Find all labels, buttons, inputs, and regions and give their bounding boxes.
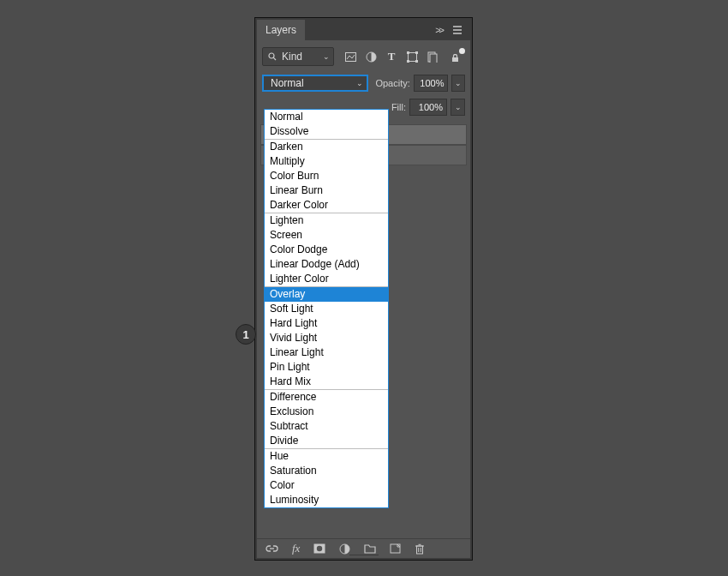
filter-kind-dropdown[interactable]: Kind ⌄ [262, 47, 334, 66]
blend-mode-option[interactable]: Pin Light [265, 360, 388, 375]
chevron-down-icon: ⌄ [356, 79, 363, 87]
opacity-value-input[interactable]: 100% [414, 75, 449, 92]
fill-stepper[interactable]: ⌄ [451, 99, 465, 116]
blend-mode-option[interactable]: Difference [265, 390, 388, 405]
opacity-label: Opacity: [375, 78, 409, 88]
svg-rect-13 [430, 54, 437, 63]
blend-mode-option[interactable]: Hard Light [265, 316, 388, 331]
blend-mode-option[interactable]: Screen [265, 228, 388, 243]
blend-mode-option[interactable]: Dissolve [265, 124, 388, 139]
fill-label: Fill: [391, 102, 406, 112]
layer-style-icon[interactable]: fx [292, 542, 300, 555]
blend-mode-option[interactable]: Color Burn [265, 169, 388, 183]
blend-opacity-row: Normal ⌄ Opacity: 100% ⌄ [257, 75, 470, 99]
opacity-stepper[interactable]: ⌄ [451, 75, 465, 92]
blend-mode-option[interactable]: Multiply [265, 154, 388, 169]
new-layer-icon[interactable] [390, 543, 401, 554]
svg-point-3 [269, 53, 274, 58]
blend-mode-option[interactable]: Normal [265, 110, 388, 124]
svg-rect-19 [417, 546, 423, 554]
svg-rect-14 [452, 57, 458, 62]
blend-mode-option[interactable]: Color Dodge [265, 243, 388, 257]
link-layers-icon[interactable] [266, 544, 278, 553]
tab-bar-spacer [305, 20, 428, 40]
filter-toggle-switch[interactable] [451, 51, 463, 63]
blend-mode-option[interactable]: Hue [265, 449, 388, 464]
blend-mode-option[interactable]: Linear Burn [265, 183, 388, 198]
layers-panel: Layers >> Kind ⌄ [257, 20, 470, 558]
blend-mode-option[interactable]: Hard Mix [265, 375, 388, 389]
blend-mode-option[interactable]: Divide [265, 434, 388, 448]
blend-mode-menu: NormalDissolveDarkenMultiplyColor BurnLi… [264, 109, 389, 508]
blend-mode-option[interactable]: Soft Light [265, 302, 388, 316]
chevron-down-icon: ⌄ [323, 52, 330, 61]
adjustment-layer-icon[interactable] [339, 543, 350, 555]
blend-mode-option[interactable]: Exclusion [265, 405, 388, 419]
tab-label: Layers [266, 24, 296, 36]
panel-tab-bar: Layers >> [257, 20, 470, 40]
blend-mode-option[interactable]: Overlay [265, 287, 388, 302]
delete-layer-icon[interactable] [415, 543, 425, 555]
filter-smartobject-icon[interactable] [427, 51, 439, 63]
collapse-icon[interactable]: >> [435, 25, 443, 35]
panel-menu-icon[interactable] [451, 25, 463, 35]
blend-mode-option[interactable]: Saturation [265, 464, 388, 478]
svg-rect-9 [415, 51, 418, 54]
blend-mode-option[interactable]: Color [265, 478, 388, 493]
layer-filter-row: Kind ⌄ T [257, 40, 470, 75]
blend-mode-option[interactable]: Linear Light [265, 345, 388, 360]
blend-mode-dropdown[interactable]: Normal ⌄ [262, 75, 368, 92]
filter-adjustment-icon[interactable] [365, 51, 377, 63]
svg-line-4 [273, 57, 276, 60]
blend-mode-selected: Normal [271, 77, 304, 89]
svg-rect-8 [407, 51, 409, 54]
filter-type-icon[interactable]: T [385, 51, 397, 63]
blend-mode-option[interactable]: Lighter Color [265, 272, 388, 286]
layers-panel-frame: Layers >> Kind ⌄ [254, 17, 473, 561]
tab-layers[interactable]: Layers [257, 20, 305, 40]
svg-point-16 [317, 546, 322, 551]
blend-mode-option[interactable]: Vivid Light [265, 331, 388, 345]
blend-mode-option[interactable]: Darken [265, 140, 388, 154]
annotation-callout-1: 1 [236, 324, 256, 345]
group-layers-icon[interactable] [364, 544, 376, 554]
blend-mode-option[interactable]: Luminosity [265, 493, 388, 507]
blend-mode-option[interactable]: Darker Color [265, 198, 388, 213]
svg-rect-11 [415, 60, 418, 63]
fill-value-input[interactable]: 100% [409, 99, 447, 116]
search-icon [268, 52, 277, 61]
blend-mode-option[interactable]: Linear Dodge (Add) [265, 257, 388, 272]
svg-rect-10 [407, 60, 409, 63]
layer-mask-icon[interactable] [313, 543, 325, 554]
filter-shape-icon[interactable] [406, 51, 418, 63]
filter-kind-label: Kind [282, 51, 302, 63]
blend-mode-option[interactable]: Subtract [265, 419, 388, 434]
blend-mode-option[interactable]: Lighten [265, 213, 388, 228]
resize-gripper-icon[interactable] [257, 555, 470, 559]
filter-pixel-icon[interactable] [344, 51, 356, 63]
